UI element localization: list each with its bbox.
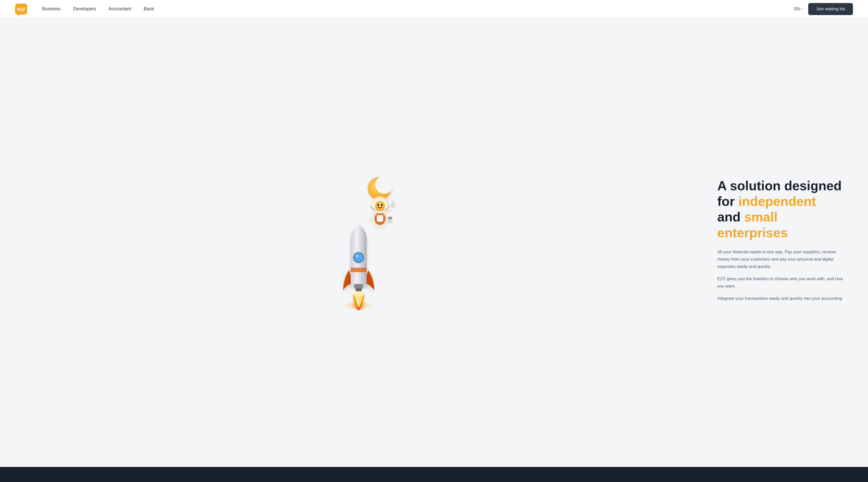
svg-point-21 <box>381 204 383 206</box>
headline-part3: and <box>717 210 744 224</box>
logo-bubble: ezy <box>15 3 27 14</box>
headline-part2: for <box>717 194 738 209</box>
svg-rect-10 <box>355 288 362 291</box>
svg-point-22 <box>378 204 379 205</box>
nav-link-bank[interactable]: Bank <box>144 6 154 11</box>
hero-desc-2: EZY gives you the freedom to choose who … <box>717 275 848 290</box>
hero-headline: A solution designed for independent and … <box>717 178 848 241</box>
logo-text: ezy <box>17 6 25 12</box>
headline-highlight1: independent <box>738 194 816 209</box>
svg-rect-25 <box>388 217 392 219</box>
nav-links: Business Developers Accountant Bank <box>42 6 794 11</box>
svg-point-23 <box>382 204 383 205</box>
svg-point-7 <box>356 255 359 257</box>
join-waiting-list-button[interactable]: Join waiting list <box>808 3 853 15</box>
svg-point-20 <box>377 204 379 206</box>
footer-bar <box>0 467 868 482</box>
nav-link-developers[interactable]: Developers <box>73 6 96 11</box>
rocket-scene <box>316 172 401 313</box>
navbar: ezy Business Developers Accountant Bank … <box>0 0 868 18</box>
svg-point-19 <box>375 201 385 211</box>
astronaut-icon <box>364 192 396 230</box>
hero-content: A solution designed for independent and … <box>697 178 848 307</box>
svg-rect-8 <box>351 268 367 272</box>
lang-label: EN <box>794 7 800 11</box>
svg-point-1 <box>375 176 393 194</box>
nav-right: EN ▾ Join waiting list <box>794 3 853 15</box>
nav-link-accountant[interactable]: Accountant <box>108 6 131 11</box>
svg-point-6 <box>354 253 363 262</box>
hero-illustration <box>20 172 697 313</box>
chevron-down-icon: ▾ <box>801 7 802 10</box>
nav-link-business[interactable]: Business <box>42 6 61 11</box>
hero-section: A solution designed for independent and … <box>0 18 868 467</box>
hero-desc-1: All your financial needs in one app. Pay… <box>717 248 848 270</box>
hero-desc-3: Integrate your transactions easily and q… <box>717 295 848 302</box>
language-selector[interactable]: EN ▾ <box>794 7 802 11</box>
svg-point-26 <box>379 213 381 215</box>
headline-part1: A solution designed <box>717 178 842 193</box>
logo[interactable]: ezy <box>15 3 27 14</box>
